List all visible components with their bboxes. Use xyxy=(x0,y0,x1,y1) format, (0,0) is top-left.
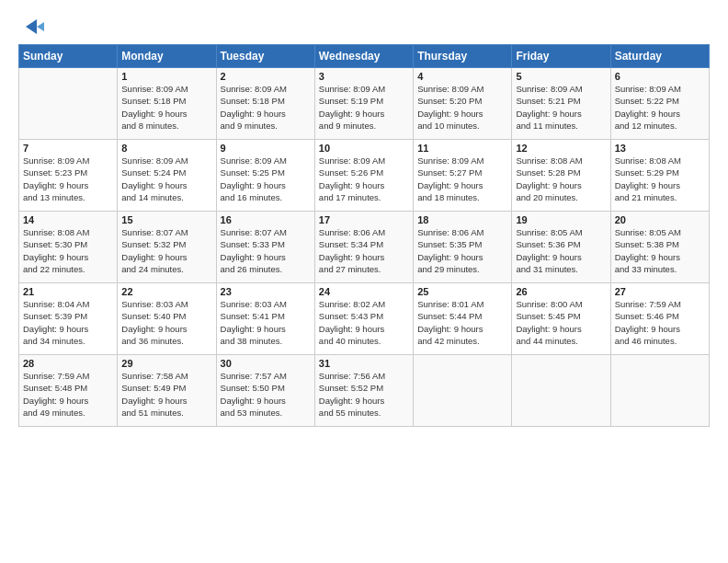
calendar-cell: 10Sunrise: 8:09 AM Sunset: 5:26 PM Dayli… xyxy=(314,140,413,212)
day-info: Sunrise: 8:09 AM Sunset: 5:24 PM Dayligh… xyxy=(121,155,211,203)
day-number: 4 xyxy=(417,71,507,82)
day-number: 1 xyxy=(121,71,211,82)
calendar-cell: 25Sunrise: 8:01 AM Sunset: 5:44 PM Dayli… xyxy=(414,283,512,355)
day-number: 13 xyxy=(615,143,705,154)
calendar-cell: 24Sunrise: 8:02 AM Sunset: 5:43 PM Dayli… xyxy=(314,283,413,355)
day-number: 20 xyxy=(615,214,705,225)
day-number: 28 xyxy=(23,358,113,369)
svg-marker-1 xyxy=(37,22,44,31)
calendar-week-row: 21Sunrise: 8:04 AM Sunset: 5:39 PM Dayli… xyxy=(19,283,710,355)
calendar-cell: 9Sunrise: 8:09 AM Sunset: 5:25 PM Daylig… xyxy=(216,140,314,212)
header-day: Thursday xyxy=(414,45,512,68)
day-info: Sunrise: 8:08 AM Sunset: 5:29 PM Dayligh… xyxy=(615,155,705,203)
day-number: 12 xyxy=(516,143,606,154)
day-number: 9 xyxy=(221,143,311,154)
calendar-cell: 8Sunrise: 8:09 AM Sunset: 5:24 PM Daylig… xyxy=(118,140,216,212)
day-info: Sunrise: 8:08 AM Sunset: 5:30 PM Dayligh… xyxy=(23,226,113,275)
header-day: Monday xyxy=(118,45,216,68)
day-info: Sunrise: 8:08 AM Sunset: 5:28 PM Dayligh… xyxy=(516,155,606,203)
day-number: 31 xyxy=(319,358,409,369)
day-info: Sunrise: 7:59 AM Sunset: 5:46 PM Dayligh… xyxy=(615,298,705,347)
day-number: 19 xyxy=(516,214,606,225)
calendar-header-row: SundayMondayTuesdayWednesdayThursdayFrid… xyxy=(19,45,710,68)
calendar-cell: 20Sunrise: 8:05 AM Sunset: 5:38 PM Dayli… xyxy=(610,212,709,283)
calendar-week-row: 7Sunrise: 8:09 AM Sunset: 5:23 PM Daylig… xyxy=(19,140,710,212)
calendar-cell: 17Sunrise: 8:06 AM Sunset: 5:34 PM Dayli… xyxy=(314,212,413,283)
calendar-cell xyxy=(19,68,118,140)
day-number: 10 xyxy=(319,143,409,154)
day-info: Sunrise: 8:09 AM Sunset: 5:26 PM Dayligh… xyxy=(319,155,409,203)
day-info: Sunrise: 7:59 AM Sunset: 5:48 PM Dayligh… xyxy=(23,370,113,419)
day-info: Sunrise: 8:01 AM Sunset: 5:44 PM Dayligh… xyxy=(417,298,507,347)
day-number: 16 xyxy=(221,214,311,225)
calendar-cell: 26Sunrise: 8:00 AM Sunset: 5:45 PM Dayli… xyxy=(512,283,610,355)
day-number: 7 xyxy=(23,143,113,154)
day-number: 6 xyxy=(615,71,705,82)
calendar-cell: 22Sunrise: 8:03 AM Sunset: 5:40 PM Dayli… xyxy=(118,283,216,355)
calendar-cell: 12Sunrise: 8:08 AM Sunset: 5:28 PM Dayli… xyxy=(512,140,610,212)
calendar-cell: 18Sunrise: 8:06 AM Sunset: 5:35 PM Dayli… xyxy=(414,212,512,283)
calendar-cell: 23Sunrise: 8:03 AM Sunset: 5:41 PM Dayli… xyxy=(216,283,314,355)
calendar-week-row: 28Sunrise: 7:59 AM Sunset: 5:48 PM Dayli… xyxy=(19,355,710,427)
calendar-week-row: 1Sunrise: 8:09 AM Sunset: 5:18 PM Daylig… xyxy=(19,68,710,140)
calendar-cell: 21Sunrise: 8:04 AM Sunset: 5:39 PM Dayli… xyxy=(19,283,118,355)
calendar-body: 1Sunrise: 8:09 AM Sunset: 5:18 PM Daylig… xyxy=(19,68,710,427)
calendar-cell: 16Sunrise: 8:07 AM Sunset: 5:33 PM Dayli… xyxy=(216,212,314,283)
header-day: Sunday xyxy=(19,45,118,68)
calendar-cell: 15Sunrise: 8:07 AM Sunset: 5:32 PM Dayli… xyxy=(118,212,216,283)
calendar-cell: 31Sunrise: 7:56 AM Sunset: 5:52 PM Dayli… xyxy=(314,355,413,427)
day-number: 8 xyxy=(121,143,211,154)
day-number: 26 xyxy=(516,286,606,297)
calendar-cell: 2Sunrise: 8:09 AM Sunset: 5:18 PM Daylig… xyxy=(216,68,314,140)
calendar-cell: 7Sunrise: 8:09 AM Sunset: 5:23 PM Daylig… xyxy=(19,140,118,212)
day-info: Sunrise: 8:06 AM Sunset: 5:35 PM Dayligh… xyxy=(417,226,507,275)
day-info: Sunrise: 8:09 AM Sunset: 5:19 PM Dayligh… xyxy=(319,83,409,132)
day-info: Sunrise: 8:03 AM Sunset: 5:40 PM Dayligh… xyxy=(121,298,211,347)
calendar-cell: 28Sunrise: 7:59 AM Sunset: 5:48 PM Dayli… xyxy=(19,355,118,427)
day-number: 3 xyxy=(319,71,409,82)
day-info: Sunrise: 8:09 AM Sunset: 5:22 PM Dayligh… xyxy=(615,83,705,132)
day-info: Sunrise: 8:05 AM Sunset: 5:36 PM Dayligh… xyxy=(516,226,606,275)
day-info: Sunrise: 8:09 AM Sunset: 5:21 PM Dayligh… xyxy=(516,83,606,132)
day-info: Sunrise: 8:09 AM Sunset: 5:23 PM Dayligh… xyxy=(23,155,113,203)
calendar-cell: 4Sunrise: 8:09 AM Sunset: 5:20 PM Daylig… xyxy=(414,68,512,140)
day-number: 30 xyxy=(221,358,311,369)
day-number: 21 xyxy=(23,286,113,297)
day-info: Sunrise: 7:56 AM Sunset: 5:52 PM Dayligh… xyxy=(319,370,409,419)
day-info: Sunrise: 7:57 AM Sunset: 5:50 PM Dayligh… xyxy=(221,370,311,419)
header-day: Friday xyxy=(512,45,610,68)
day-info: Sunrise: 8:02 AM Sunset: 5:43 PM Dayligh… xyxy=(319,298,409,347)
day-info: Sunrise: 8:03 AM Sunset: 5:41 PM Dayligh… xyxy=(221,298,311,347)
header-day: Saturday xyxy=(610,45,709,68)
day-info: Sunrise: 8:04 AM Sunset: 5:39 PM Dayligh… xyxy=(23,298,113,347)
day-number: 18 xyxy=(417,214,507,225)
calendar-table: SundayMondayTuesdayWednesdayThursdayFrid… xyxy=(18,44,710,427)
calendar-cell: 13Sunrise: 8:08 AM Sunset: 5:29 PM Dayli… xyxy=(610,140,709,212)
day-number: 17 xyxy=(319,214,409,225)
svg-marker-0 xyxy=(26,19,37,34)
calendar-cell xyxy=(610,355,709,427)
day-number: 22 xyxy=(121,286,211,297)
day-number: 27 xyxy=(615,286,705,297)
calendar-week-row: 14Sunrise: 8:08 AM Sunset: 5:30 PM Dayli… xyxy=(19,212,710,283)
calendar-cell xyxy=(512,355,610,427)
calendar-cell xyxy=(414,355,512,427)
day-info: Sunrise: 8:07 AM Sunset: 5:32 PM Dayligh… xyxy=(121,226,211,275)
day-info: Sunrise: 8:09 AM Sunset: 5:20 PM Dayligh… xyxy=(417,83,507,132)
day-number: 25 xyxy=(417,286,507,297)
day-number: 23 xyxy=(221,286,311,297)
day-number: 29 xyxy=(121,358,211,369)
day-info: Sunrise: 8:09 AM Sunset: 5:27 PM Dayligh… xyxy=(417,155,507,203)
calendar-cell: 1Sunrise: 8:09 AM Sunset: 5:18 PM Daylig… xyxy=(118,68,216,140)
day-number: 2 xyxy=(221,71,311,82)
calendar-cell: 29Sunrise: 7:58 AM Sunset: 5:49 PM Dayli… xyxy=(118,355,216,427)
logo-icon xyxy=(24,17,44,37)
day-info: Sunrise: 8:06 AM Sunset: 5:34 PM Dayligh… xyxy=(319,226,409,275)
header xyxy=(18,15,710,37)
day-info: Sunrise: 8:00 AM Sunset: 5:45 PM Dayligh… xyxy=(516,298,606,347)
day-info: Sunrise: 7:58 AM Sunset: 5:49 PM Dayligh… xyxy=(121,370,211,419)
day-number: 11 xyxy=(417,143,507,154)
day-number: 15 xyxy=(121,214,211,225)
calendar-cell: 3Sunrise: 8:09 AM Sunset: 5:19 PM Daylig… xyxy=(314,68,413,140)
day-info: Sunrise: 8:09 AM Sunset: 5:18 PM Dayligh… xyxy=(221,83,311,132)
